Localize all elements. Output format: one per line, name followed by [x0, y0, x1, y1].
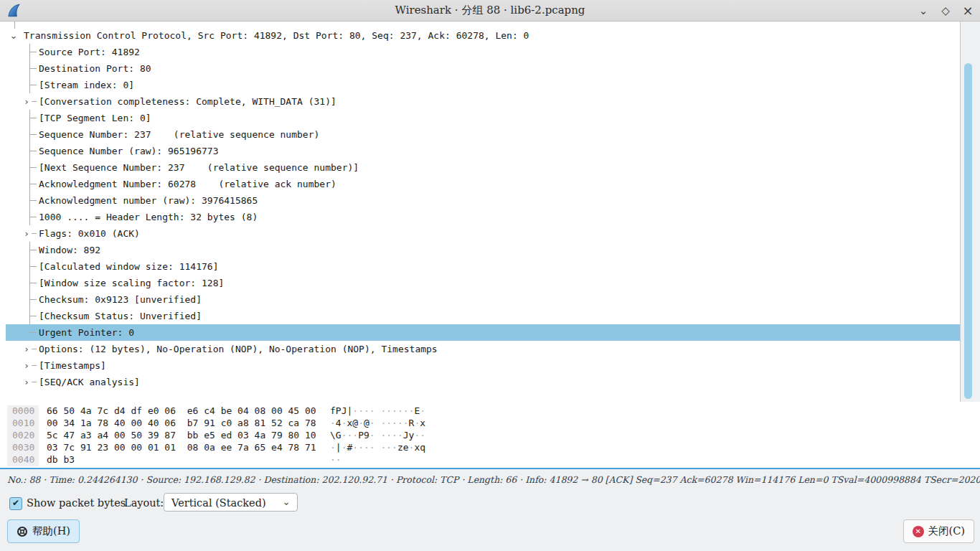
- hex-ascii: ··: [330, 453, 341, 466]
- scrollbar-thumb[interactable]: [964, 63, 972, 399]
- chevron-down-icon: ⌄: [282, 492, 291, 511]
- show-packet-bytes-checkbox[interactable]: ✔: [9, 497, 22, 510]
- show-packet-bytes-label[interactable]: Show packet bytes: [27, 491, 126, 515]
- expand-arrow-icon[interactable]: ›: [22, 341, 32, 357]
- tree-row-label: Options: (12 bytes), No-Operation (NOP),…: [0, 344, 438, 354]
- tree-row[interactable]: Source Port: 41892: [0, 44, 960, 60]
- tree-row[interactable]: ›Options: (12 bytes), No-Operation (NOP)…: [0, 341, 960, 357]
- window-controls: ⌄ ◇ ×: [915, 0, 976, 21]
- minimize-icon[interactable]: ⌄: [915, 3, 931, 19]
- tree-row[interactable]: Destination Port: 80: [0, 60, 960, 77]
- tree-row[interactable]: Sequence Number (raw): 965196773: [0, 143, 960, 159]
- tree-row-label: Sequence Number (raw): 965196773: [0, 146, 218, 156]
- tree-row-label: [Checksum Status: Unverified]: [0, 311, 202, 321]
- hex-row[interactable]: 001000 34 1a 78 40 00 40 06 b7 91 c0 a8 …: [0, 417, 980, 429]
- hex-ascii: fPJ|···· ······E·: [330, 405, 425, 417]
- tree-row-label: Acknowledgment Number: 60278 (relative a…: [0, 179, 336, 189]
- maximize-icon[interactable]: ◇: [938, 3, 953, 19]
- packet-detail-tree: ⌄Transmission Control Protocol, Src Port…: [0, 22, 960, 402]
- tree-row-label: [Timestamps]: [0, 360, 106, 371]
- tree-row-label: [Window size scaling factor: 128]: [0, 278, 224, 288]
- tree-row[interactable]: ›[Timestamps]: [0, 357, 960, 374]
- tree-row[interactable]: ›[SEQ/ACK analysis]: [0, 374, 960, 390]
- tree-row[interactable]: [Calculated window size: 114176]: [0, 258, 960, 275]
- tree-row[interactable]: Sequence Number: 237 (relative sequence …: [0, 126, 960, 143]
- expand-arrow-icon[interactable]: ›: [22, 93, 32, 110]
- tree-row-label: Destination Port: 80: [0, 63, 151, 74]
- hex-dump-pane: 000066 50 4a 7c d4 df e0 06 e6 c4 be 04 …: [0, 402, 980, 468]
- hex-bytes: 00 34 1a 78 40 00 40 06 b7 91 c0 a8 81 5…: [47, 417, 316, 429]
- tree-row-label: [Stream index: 0]: [0, 80, 134, 90]
- tree-row[interactable]: Acknowledgment number (raw): 3976415865: [0, 192, 960, 209]
- tree-row-label: [Calculated window size: 114176]: [0, 261, 218, 272]
- tree-row-label: Source Port: 41892: [0, 47, 140, 57]
- tree-row[interactable]: 1000 .... = Header Length: 32 bytes (8): [0, 209, 960, 225]
- hex-offset: 0010: [12, 417, 34, 429]
- close-window-icon[interactable]: ×: [960, 3, 976, 19]
- hex-rows: 000066 50 4a 7c d4 df e0 06 e6 c4 be 04 …: [0, 405, 980, 466]
- help-button-label: 帮助(H): [32, 524, 70, 538]
- hex-offset: 0040: [12, 453, 34, 466]
- tree-row[interactable]: Checksum: 0x9123 [unverified]: [0, 291, 960, 308]
- hex-row[interactable]: 000066 50 4a 7c d4 df e0 06 e6 c4 be 04 …: [0, 405, 980, 417]
- hex-offset: 0020: [12, 429, 34, 441]
- close-button-label: 关闭(C): [928, 524, 965, 538]
- scrollbar[interactable]: [960, 22, 975, 402]
- tree-row[interactable]: ›[Conversation completeness: Complete, W…: [0, 93, 960, 110]
- window-title: Wireshark · 分组 88 · lib6-2.pcapng: [0, 0, 980, 21]
- hex-bytes: 5c 47 a3 a4 00 50 39 87 bb e5 ed 03 4a 7…: [47, 429, 316, 441]
- title-bar: Wireshark · 分组 88 · lib6-2.pcapng ⌄ ◇ ×: [0, 0, 980, 22]
- tree-row-label: [TCP Segment Len: 0]: [0, 113, 151, 123]
- packet-tree-rows: ⌄Transmission Control Protocol, Src Port…: [0, 27, 960, 390]
- layout-dropdown[interactable]: Vertical (Stacked) ⌄: [164, 493, 298, 512]
- expand-arrow-icon[interactable]: ›: [22, 225, 32, 242]
- hex-offset: 0000: [12, 405, 34, 417]
- tree-row[interactable]: [Next Sequence Number: 237 (relative seq…: [0, 159, 960, 176]
- tree-row-label: [Next Sequence Number: 237 (relative seq…: [0, 162, 359, 173]
- tree-row[interactable]: ›Flags: 0x010 (ACK): [0, 225, 960, 242]
- layout-dropdown-value: Vertical (Stacked): [171, 497, 266, 509]
- packet-summary-line: No.: 88 · Time: 0.244264130 · Source: 19…: [7, 470, 973, 490]
- expand-arrow-icon[interactable]: ›: [22, 357, 32, 374]
- tree-row-label: 1000 .... = Header Length: 32 bytes (8): [0, 212, 258, 222]
- tree-row-label: Window: 892: [0, 245, 100, 255]
- tree-row[interactable]: [Checksum Status: Unverified]: [0, 308, 960, 324]
- tree-row-label: Sequence Number: 237 (relative sequence …: [0, 129, 319, 140]
- hex-bytes: db b3: [47, 453, 75, 466]
- collapse-arrow-icon[interactable]: ⌄: [9, 27, 19, 44]
- tree-row[interactable]: ⌄Transmission Control Protocol, Src Port…: [0, 27, 960, 44]
- tree-row-label: [Conversation completeness: Complete, WI…: [0, 96, 336, 107]
- tree-row[interactable]: [Window size scaling factor: 128]: [0, 275, 960, 291]
- tree-row[interactable]: Acknowledgment Number: 60278 (relative a…: [0, 176, 960, 192]
- help-buoy-icon: [17, 526, 28, 537]
- close-circle-icon: ✕: [913, 526, 924, 537]
- hex-row[interactable]: 0040db b3··: [0, 453, 980, 466]
- hex-ascii: ·|·#···· ···ze·xq: [330, 441, 425, 453]
- tree-row-label: Checksum: 0x9123 [unverified]: [0, 294, 202, 305]
- close-button[interactable]: ✕ 关闭(C): [903, 519, 974, 543]
- help-button[interactable]: 帮助(H): [7, 519, 80, 543]
- hex-bytes: 03 7c 91 23 00 00 01 01 08 0a ee 7a 65 e…: [47, 441, 316, 453]
- tree-row-label: Acknowledgment number (raw): 3976415865: [0, 195, 258, 206]
- hex-row[interactable]: 003003 7c 91 23 00 00 01 01 08 0a ee 7a …: [0, 441, 980, 453]
- hex-bytes: 66 50 4a 7c d4 df e0 06 e6 c4 be 04 08 0…: [47, 405, 316, 417]
- tree-row[interactable]: [TCP Segment Len: 0]: [0, 110, 960, 126]
- tree-row[interactable]: Window: 892: [0, 242, 960, 258]
- expand-arrow-icon[interactable]: ›: [22, 374, 32, 390]
- controls-row: ✔ Show packet bytes Layout: Vertical (St…: [0, 491, 980, 515]
- hex-ascii: \G···P9· ····Jy··: [330, 429, 425, 441]
- hex-ascii: ·4·x@·@· ·····R·x: [330, 417, 425, 429]
- layout-label: Layout:: [124, 491, 164, 515]
- tree-row[interactable]: [Stream index: 0]: [0, 77, 960, 93]
- tree-row-label: Urgent Pointer: 0: [0, 327, 134, 338]
- tree-row[interactable]: Urgent Pointer: 0: [0, 324, 960, 341]
- hex-offset: 0030: [12, 441, 34, 453]
- tree-row-label: Transmission Control Protocol, Src Port:…: [0, 30, 529, 41]
- hex-row[interactable]: 00205c 47 a3 a4 00 50 39 87 bb e5 ed 03 …: [0, 429, 980, 441]
- hex-pane-focus-line: [0, 468, 980, 469]
